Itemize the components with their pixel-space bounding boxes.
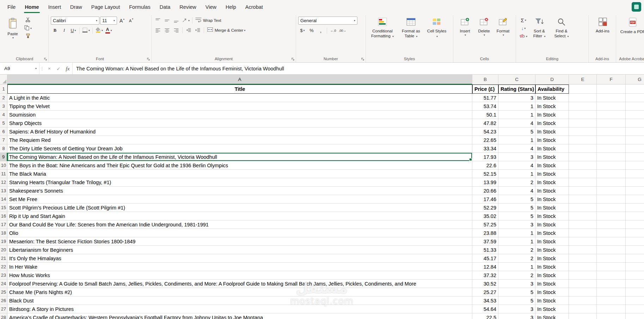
cell-F24[interactable] [597,280,626,288]
cell-A10[interactable]: The Boys in the Boat: Nine Americans and… [7,161,472,170]
cell-A23[interactable]: How Music Works [7,271,472,280]
fill-color-button[interactable]: ▾ [94,27,104,34]
cell-A27[interactable]: Birdsong: A Story in Pictures [7,305,472,313]
cell-C20[interactable]: 2 [498,246,535,254]
bold-button[interactable]: B [51,27,59,34]
cell-E14[interactable] [569,195,597,204]
cell-A24[interactable]: Foolproof Preserving: A Guide to Small B… [7,280,472,288]
decrease-indent-button[interactable] [184,27,193,34]
cell-D14[interactable]: In Stock [535,195,569,204]
cell-G4[interactable] [626,111,644,119]
cell-E10[interactable] [569,161,597,170]
cell-C3[interactable]: 1 [498,102,535,111]
cell-F9[interactable] [597,153,626,161]
row-header-19[interactable]: 19 [0,237,7,246]
cell-A13[interactable]: Shakespeare's Sonnets [7,187,472,195]
row-header-5[interactable]: 5 [0,119,7,127]
cell-G24[interactable] [626,280,644,288]
formula-bar-handle[interactable]: ⋮ [39,63,45,74]
cell-C11[interactable]: 1 [498,170,535,178]
cell-A12[interactable]: Starving Hearts (Triangular Trade Trilog… [7,178,472,187]
cell-F25[interactable] [597,288,626,296]
borders-button[interactable]: ▾ [81,27,91,34]
cell-C16[interactable]: 5 [498,212,535,220]
cell-D6[interactable]: In Stock [535,127,569,136]
cell-B4[interactable]: 50.1 [472,111,498,119]
menu-tab-file[interactable]: File [3,0,20,14]
cell-E22[interactable] [569,263,597,271]
cell-E13[interactable] [569,187,597,195]
cell-G16[interactable] [626,212,644,220]
merge-center-button[interactable]: Merge & Center▾ [206,26,246,34]
cell-G8[interactable] [626,144,644,153]
increase-font-size-button[interactable]: A▴ [118,17,126,24]
menu-tab-help[interactable]: Help [221,0,241,14]
cell-B1[interactable]: Price (£) [472,85,498,94]
cell-C2[interactable]: 3 [498,94,535,102]
font-family-select[interactable]: Calibri▾ [51,17,99,25]
cell-B16[interactable]: 35.02 [472,212,498,220]
cell-G18[interactable] [626,229,644,237]
font-size-select[interactable]: 11▾ [100,17,117,25]
cell-G21[interactable] [626,254,644,263]
cell-A15[interactable]: Scott Pilgrim's Precious Little Life (Sc… [7,204,472,212]
cell-G1[interactable] [626,85,644,94]
row-header-28[interactable]: 28 [0,313,7,319]
cell-A7[interactable]: The Requiem Red [7,136,472,144]
cell-C4[interactable]: 1 [498,111,535,119]
cell-F3[interactable] [597,102,626,111]
cell-F28[interactable] [597,313,626,319]
fill-button[interactable]: ↓▾ [519,25,528,32]
cell-A5[interactable]: Sharp Objects [7,119,472,127]
cell-C27[interactable]: 3 [498,305,535,313]
column-header-C[interactable]: C [498,75,535,85]
cell-E24[interactable] [569,280,597,288]
row-header-18[interactable]: 18 [0,229,7,237]
cell-G3[interactable] [626,102,644,111]
cell-B7[interactable]: 22.65 [472,136,498,144]
italic-button[interactable]: I [60,27,68,34]
cell-G17[interactable] [626,220,644,229]
menu-tab-home[interactable]: Home [20,0,43,14]
cell-B14[interactable]: 17.46 [472,195,498,204]
cell-G11[interactable] [626,170,644,178]
cell-A21[interactable]: It's Only the Himalayas [7,254,472,263]
corner-app-icon[interactable] [632,2,641,12]
cell-A1[interactable]: Title [7,85,472,94]
cell-C7[interactable]: 1 [498,136,535,144]
cell-E23[interactable] [569,271,597,280]
cell-G23[interactable] [626,271,644,280]
insert-cells-button[interactable]: Insert▾ [455,17,474,38]
cell-E18[interactable] [569,229,597,237]
cell-C28[interactable]: 3 [498,313,535,319]
cell-D4[interactable]: In Stock [535,111,569,119]
cell-D9[interactable]: In Stock [535,153,569,161]
cell-F18[interactable] [597,229,626,237]
row-header-6[interactable]: 6 [0,127,7,136]
row-header-4[interactable]: 4 [0,111,7,119]
cell-C8[interactable]: 4 [498,144,535,153]
cell-E7[interactable] [569,136,597,144]
row-header-27[interactable]: 27 [0,305,7,313]
align-center-button[interactable] [163,27,171,34]
cell-F20[interactable] [597,246,626,254]
align-bottom-button[interactable] [172,17,180,24]
cell-A19[interactable]: Mesaerion: The Best Science Fiction Stor… [7,237,472,246]
cell-F12[interactable] [597,178,626,187]
cell-A17[interactable]: Our Band Could Be Your Life: Scenes from… [7,220,472,229]
cell-F16[interactable] [597,212,626,220]
cell-F4[interactable] [597,111,626,119]
wrap-text-button[interactable]: Wrap Text [194,17,222,24]
cell-A25[interactable]: Chase Me (Paris Nights #2) [7,288,472,296]
cell-B18[interactable]: 23.88 [472,229,498,237]
cell-D17[interactable]: In Stock [535,220,569,229]
menu-tab-data[interactable]: Data [155,0,175,14]
cell-C18[interactable]: 1 [498,229,535,237]
cell-E8[interactable] [569,144,597,153]
cell-F27[interactable] [597,305,626,313]
column-header-F[interactable]: F [597,75,626,85]
cell-A14[interactable]: Set Me Free [7,195,472,204]
cell-A28[interactable]: America's Cradle of Quarterbacks: Wester… [7,313,472,319]
cell-C13[interactable]: 4 [498,187,535,195]
cell-G19[interactable] [626,237,644,246]
